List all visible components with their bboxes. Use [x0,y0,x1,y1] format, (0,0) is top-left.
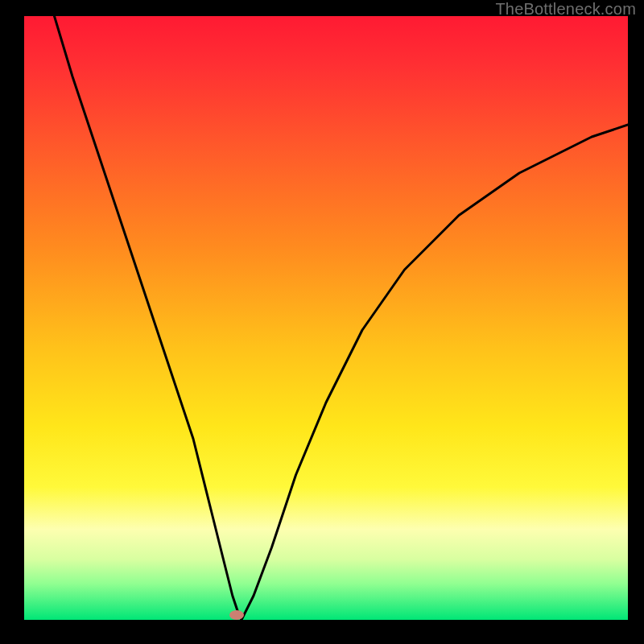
chart-frame: TheBottleneck.com [0,0,644,644]
plot-area [24,16,628,620]
optimum-marker [229,610,244,620]
bottleneck-curve [24,16,628,620]
